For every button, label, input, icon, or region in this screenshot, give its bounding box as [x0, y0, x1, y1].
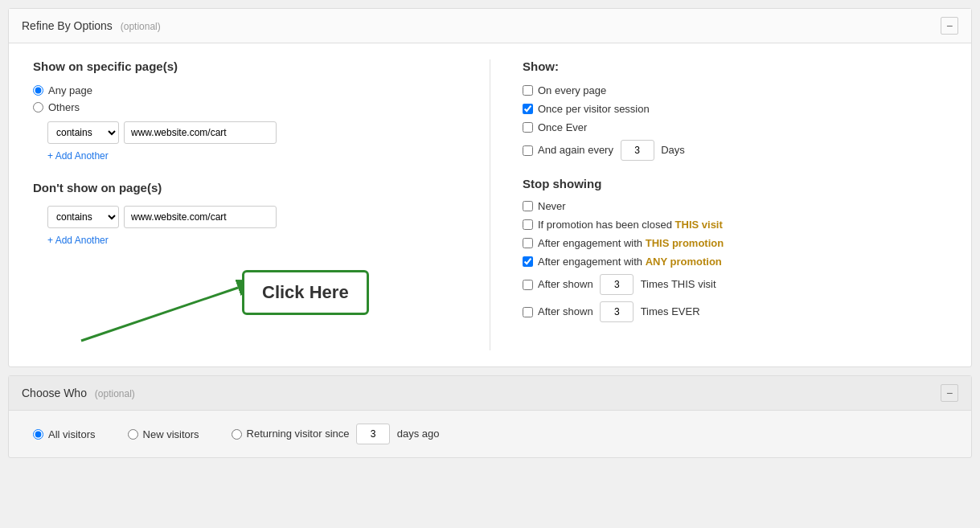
- once-per-session-row: Once per visitor session: [523, 103, 947, 115]
- never-label: Never: [538, 200, 566, 212]
- this-promotion-highlight: THIS promotion: [646, 237, 724, 249]
- after-shown-ever-row: After shown Times EVER: [523, 301, 947, 322]
- once-per-session-checkbox[interactable]: [523, 104, 533, 114]
- svg-line-1: [81, 288, 238, 341]
- on-every-page-label: On every page: [538, 84, 606, 96]
- never-checkbox[interactable]: [523, 201, 533, 211]
- page-radio-group: Any page Others: [33, 84, 457, 113]
- and-again-every-label: And again every Days: [538, 140, 685, 161]
- right-column: Show: On every page Once per visitor ses…: [490, 59, 947, 350]
- choose-who-panel: Choose Who (optional) − All visitors New…: [8, 375, 972, 458]
- new-visitors-label: New visitors: [143, 428, 199, 440]
- new-visitors-radio[interactable]: [128, 429, 138, 440]
- refine-section-body: Show on specific page(s) Any page Others…: [9, 43, 971, 366]
- choose-who-body: All visitors New visitors Returning visi…: [9, 411, 971, 457]
- after-shown-visit-row: After shown Times THIS visit: [523, 274, 947, 295]
- this-visit-highlight: THIS visit: [675, 219, 723, 231]
- once-ever-label: Once Ever: [538, 121, 587, 133]
- on-every-page-checkbox[interactable]: [523, 85, 533, 96]
- page-wrapper: Refine By Options (optional) − Show on s…: [0, 0, 980, 528]
- after-engagement-any-label: After engagement with ANY promotion: [538, 256, 722, 268]
- if-closed-label: If promotion has been closed THIS visit: [538, 219, 723, 231]
- after-engagement-any-checkbox[interactable]: [523, 256, 533, 267]
- refine-section-title: Refine By Options (optional): [22, 19, 161, 32]
- once-ever-checkbox[interactable]: [523, 122, 533, 133]
- refine-section-header: Refine By Options (optional) −: [9, 9, 971, 43]
- click-here-box: Click Here: [242, 270, 369, 315]
- after-shown-visit-label: After shown Times THIS visit: [538, 274, 716, 295]
- new-visitors-option: New visitors: [128, 428, 199, 440]
- if-closed-checkbox[interactable]: [523, 219, 533, 230]
- choose-who-title: Choose Who (optional): [22, 387, 135, 399]
- click-here-text: Click Here: [262, 282, 349, 302]
- stop-showing-title: Stop showing: [523, 177, 947, 190]
- show-filter-row: contains starts with ends with equals: [47, 121, 457, 144]
- and-again-every-checkbox[interactable]: [523, 145, 533, 156]
- show-url-input[interactable]: [124, 121, 277, 144]
- returning-visitors-option: Returning visitor since days ago: [232, 424, 440, 444]
- choose-who-header: Choose Who (optional) −: [9, 376, 971, 411]
- all-visitors-radio[interactable]: [33, 429, 43, 440]
- and-again-every-input[interactable]: [621, 140, 654, 161]
- any-page-label: Any page: [48, 84, 92, 96]
- after-engagement-this-label: After engagement with THIS promotion: [538, 237, 724, 249]
- never-row: Never: [523, 200, 947, 212]
- all-visitors-option: All visitors: [33, 428, 96, 440]
- dont-show-title: Don't show on page(s): [33, 181, 457, 194]
- once-per-session-label: Once per visitor session: [538, 103, 650, 115]
- dont-show-url-input[interactable]: [124, 206, 277, 228]
- after-shown-visit-input[interactable]: [600, 274, 634, 295]
- any-page-radio-item: Any page: [33, 84, 457, 96]
- after-shown-ever-checkbox[interactable]: [523, 307, 533, 317]
- show-right-title: Show:: [523, 59, 947, 73]
- returning-days-input[interactable]: [356, 424, 390, 444]
- show-pages-title: Show on specific page(s): [33, 59, 457, 73]
- dont-show-add-another-link[interactable]: + Add Another: [47, 235, 109, 246]
- refine-minimize-button[interactable]: −: [941, 17, 958, 35]
- left-column: Show on specific page(s) Any page Others…: [33, 59, 490, 350]
- any-promotion-highlight: ANY promotion: [646, 256, 722, 268]
- after-engagement-this-checkbox[interactable]: [523, 238, 533, 248]
- returning-visitor-radio[interactable]: [232, 429, 242, 440]
- after-shown-visit-checkbox[interactable]: [523, 280, 533, 290]
- show-add-another-link[interactable]: + Add Another: [47, 150, 109, 162]
- dont-show-section: Don't show on page(s) contains starts wi…: [33, 181, 457, 350]
- choose-who-minimize-button[interactable]: −: [941, 384, 958, 402]
- if-closed-row: If promotion has been closed THIS visit: [523, 219, 947, 231]
- dont-show-filter-row: contains starts with ends with equals: [47, 206, 457, 228]
- dont-show-contains-select[interactable]: contains starts with ends with equals: [47, 206, 119, 228]
- after-engagement-any-row: After engagement with ANY promotion: [523, 256, 947, 268]
- refine-section-panel: Refine By Options (optional) − Show on s…: [8, 8, 972, 367]
- and-again-every-row: And again every Days: [523, 140, 947, 161]
- after-shown-ever-input[interactable]: [600, 301, 634, 322]
- once-ever-row: Once Ever: [523, 121, 947, 133]
- others-radio-item: Others: [33, 101, 457, 113]
- on-every-page-row: On every page: [523, 84, 947, 96]
- others-label: Others: [48, 101, 80, 113]
- returning-visitor-label: Returning visitor since days ago: [247, 424, 440, 444]
- any-page-radio[interactable]: [33, 85, 43, 96]
- others-radio[interactable]: [33, 102, 43, 113]
- show-contains-select[interactable]: contains starts with ends with equals: [47, 121, 119, 144]
- all-visitors-label: All visitors: [48, 428, 96, 440]
- after-engagement-this-row: After engagement with THIS promotion: [523, 237, 947, 249]
- annotation-area: Click Here: [33, 254, 457, 350]
- after-shown-ever-label: After shown Times EVER: [538, 301, 700, 322]
